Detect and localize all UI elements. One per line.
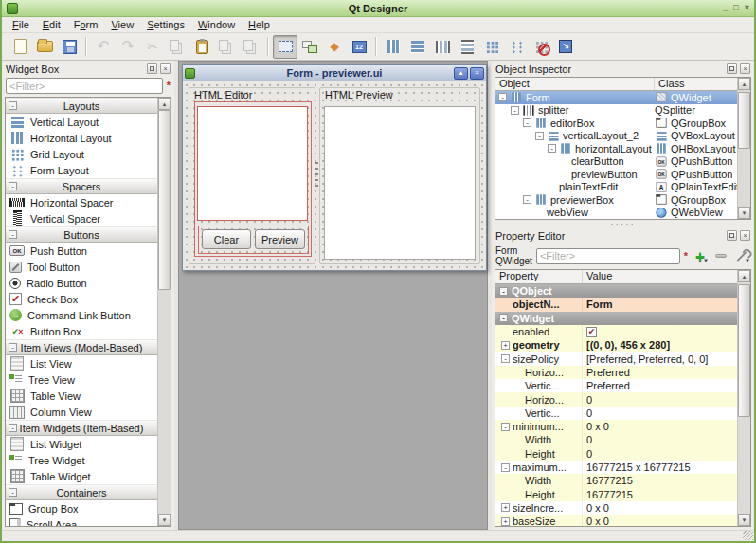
- object-inspector-scrollbar[interactable]: ▲ ▼: [737, 78, 750, 219]
- widget-table-widget[interactable]: Table Widget: [6, 468, 157, 484]
- add-dynamic-property-button[interactable]: + ▼: [692, 248, 709, 263]
- collapse-icon[interactable]: -: [9, 343, 17, 352]
- category-item-widgets-item-based[interactable]: -Item Widgets (Item-Based): [6, 420, 157, 436]
- scroll-thumb[interactable]: [738, 92, 750, 149]
- plain-text-edit[interactable]: [197, 106, 308, 221]
- collapse-icon[interactable]: -: [9, 488, 17, 497]
- property-row-basesize[interactable]: +baseSize0 x 0: [495, 515, 737, 526]
- property-value-cell[interactable]: Preferred: [583, 379, 737, 392]
- widget-tool-button[interactable]: Tool Button: [6, 259, 157, 275]
- configure-property-editor-button[interactable]: ▼: [733, 248, 750, 263]
- property-value-cell[interactable]: 0 x 0: [583, 501, 737, 515]
- close-icon[interactable]: ×: [740, 63, 750, 74]
- scroll-thumb[interactable]: [738, 284, 750, 417]
- scroll-down-icon[interactable]: ▼: [738, 207, 750, 219]
- adjust-size-button[interactable]: ↘: [553, 35, 578, 59]
- widget-radio-button[interactable]: Radio Button: [6, 275, 157, 291]
- property-group-qwidget[interactable]: -QWidget: [495, 312, 737, 325]
- menu-settings[interactable]: Settings: [140, 17, 191, 32]
- property-value-cell[interactable]: Form: [583, 298, 737, 311]
- clear-filter-icon[interactable]: *: [684, 251, 688, 262]
- menu-edit[interactable]: Edit: [36, 17, 67, 32]
- widget-check-box[interactable]: ✔Check Box: [6, 291, 157, 307]
- property-row-width[interactable]: Width16777215: [495, 474, 737, 487]
- minimize-icon[interactable]: _: [723, 4, 728, 12]
- inspector-row-form[interactable]: -FormQWidget: [495, 91, 737, 104]
- object-inspector-header[interactable]: Object Class: [495, 78, 737, 91]
- property-value-cell[interactable]: 0: [583, 407, 737, 420]
- lay-out-horizontally-in-splitter-button[interactable]: [430, 35, 455, 59]
- property-value-cell[interactable]: Preferred: [583, 366, 737, 379]
- widget-group-box[interactable]: Group Box: [6, 500, 157, 516]
- float-icon[interactable]: [147, 63, 157, 74]
- lower-widgets-button[interactable]: [239, 35, 263, 59]
- save-form-button[interactable]: [57, 35, 81, 59]
- object-inspector-titlebar[interactable]: Object Inspector ×: [492, 61, 754, 77]
- property-value-cell[interactable]: ✔: [583, 325, 737, 338]
- widget-list-view[interactable]: List View: [6, 355, 157, 371]
- collapse-icon[interactable]: -: [9, 230, 17, 239]
- remove-dynamic-property-button[interactable]: [712, 248, 729, 263]
- property-value-cell[interactable]: [Preferred, Preferred, 0, 0]: [583, 352, 737, 365]
- menu-window[interactable]: Window: [191, 17, 242, 32]
- form-canvas[interactable]: HTML Editor Clear Preview HTML P: [183, 81, 486, 270]
- inspector-row-verticallayout-2[interactable]: -verticalLayout_2QVBoxLayout: [495, 130, 737, 143]
- title-bar[interactable]: Qt Designer _ □ ×: [2, 0, 754, 17]
- edit-widgets-button[interactable]: [273, 35, 297, 59]
- new-form-button[interactable]: [8, 35, 32, 59]
- resize-grip[interactable]: [743, 531, 753, 540]
- property-value-cell[interactable]: 0: [583, 392, 737, 406]
- expand-icon[interactable]: +: [501, 517, 510, 526]
- inspector-row-splitter[interactable]: -splitterQSplitter: [495, 104, 737, 118]
- clear-button[interactable]: Clear: [202, 229, 251, 249]
- widget-filter-input[interactable]: [6, 78, 163, 94]
- inspector-row-previewbutton[interactable]: previewButtonOKQPushButton: [495, 168, 737, 181]
- widget-push-button[interactable]: OKPush Button: [6, 243, 157, 259]
- lay-out-horizontally-button[interactable]: [381, 35, 405, 59]
- menu-file[interactable]: File: [6, 17, 36, 32]
- raise-widgets-button[interactable]: [214, 35, 239, 59]
- inspector-row-previewerbox[interactable]: -previewerBoxQGroupBox: [495, 193, 737, 207]
- property-editor-titlebar[interactable]: Property Editor ×: [492, 227, 754, 244]
- column-property[interactable]: Property: [495, 270, 583, 283]
- edit-signals-slots-button[interactable]: [297, 35, 322, 59]
- property-value-cell[interactable]: 0 x 0: [583, 420, 737, 433]
- clear-filter-icon[interactable]: *: [167, 81, 171, 91]
- mdi-close-icon[interactable]: ×: [470, 67, 484, 80]
- widget-table-view[interactable]: Table View: [6, 388, 157, 404]
- property-row-horizo[interactable]: Horizo...0: [495, 392, 737, 406]
- lay-out-in-grid-button[interactable]: [479, 35, 504, 59]
- collapse-icon[interactable]: -: [501, 354, 510, 363]
- undo-button[interactable]: ↶: [91, 35, 116, 59]
- mdi-maximize-icon[interactable]: ▴: [454, 67, 468, 80]
- property-value-cell[interactable]: 16777215: [583, 474, 737, 487]
- collapse-icon[interactable]: -: [535, 132, 544, 140]
- menu-view[interactable]: View: [104, 17, 140, 32]
- property-editor-scrollbar[interactable]: ▲ ▼: [737, 270, 750, 526]
- column-value[interactable]: Value: [583, 270, 612, 283]
- inspector-row-plaintextedit[interactable]: plainTextEditAQPlainTextEdit: [495, 181, 737, 194]
- scroll-down-icon[interactable]: ▼: [738, 514, 750, 526]
- property-row-geometry[interactable]: +geometry[(0, 0), 456 x 280]: [495, 338, 737, 352]
- form-window-titlebar[interactable]: Form - previewer.ui ▴ ×: [183, 65, 486, 81]
- scroll-up-icon[interactable]: ▲: [158, 98, 171, 110]
- collapse-icon[interactable]: -: [501, 423, 510, 431]
- category-buttons[interactable]: -Buttons: [6, 226, 157, 243]
- edit-buddies-button[interactable]: ◆: [322, 35, 347, 59]
- column-class[interactable]: Class: [655, 78, 685, 90]
- widget-list-widget[interactable]: List Widget: [6, 436, 157, 452]
- widget-box-scrollbar[interactable]: ▲ ▼: [157, 98, 171, 526]
- close-icon[interactable]: ×: [745, 4, 749, 12]
- expand-icon[interactable]: +: [501, 341, 510, 350]
- property-value-cell[interactable]: 16777215 x 16777215: [583, 461, 737, 474]
- collapse-icon[interactable]: -: [9, 182, 17, 190]
- checkbox-checked-icon[interactable]: ✔: [586, 327, 597, 337]
- category-spacers[interactable]: -Spacers: [6, 178, 157, 194]
- property-row-horizo[interactable]: Horizo...Preferred: [495, 366, 737, 379]
- widget-tree-view[interactable]: Tree View: [6, 371, 157, 388]
- collapse-icon[interactable]: -: [523, 118, 531, 127]
- break-layout-button[interactable]: [529, 35, 553, 59]
- widget-vertical-layout[interactable]: Vertical Layout: [6, 114, 157, 130]
- collapse-icon[interactable]: -: [499, 314, 508, 322]
- preview-button[interactable]: Preview: [255, 229, 305, 249]
